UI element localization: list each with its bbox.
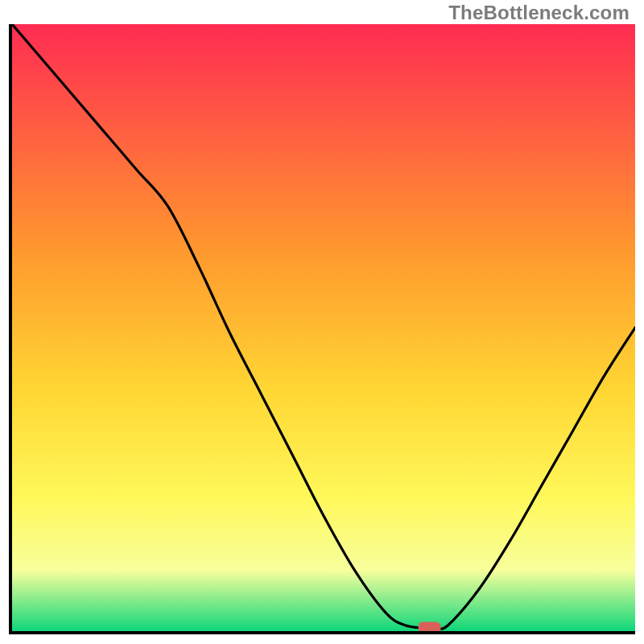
watermark-text: TheBottleneck.com bbox=[448, 2, 630, 24]
gradient-background bbox=[12, 24, 635, 631]
plot-area bbox=[9, 24, 635, 634]
chart-svg bbox=[12, 24, 635, 631]
optimal-marker bbox=[419, 621, 441, 631]
chart-canvas: TheBottleneck.com bbox=[0, 0, 644, 644]
